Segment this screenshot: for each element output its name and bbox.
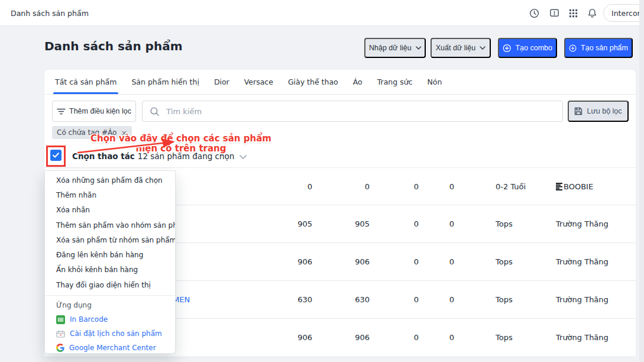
plus-circle-icon [503,44,511,53]
import-data-button[interactable]: Nhập dữ liệu [364,38,426,58]
menu-item-delete-selected[interactable]: Xóa những sản phẩm đã chọn [45,173,175,188]
tab-bar: Tất cả sản phẩm Sản phẩm hiển thị Dior V… [44,70,636,95]
menu-item-add-tag[interactable]: Thêm nhãn [45,188,175,202]
create-combo-label: Tạo combo [515,44,552,52]
menu-item-product-schedule-label: Cài đặt lịch cho sản phẩm [70,329,162,338]
menu-item-publish-channels[interactable]: Đăng lên kênh bán hàng [45,247,175,262]
create-product-button[interactable]: Tạo sản phẩm [564,38,633,58]
check-icon [52,152,60,159]
export-data-label: Xuất dữ liệu [436,44,475,52]
vendor-cell: Trường Thăng [556,243,636,280]
tab-ao[interactable]: Áo [351,70,364,94]
tab-trang-suc[interactable]: Trang sức [376,70,415,94]
annotation-arrow [75,137,182,157]
menu-item-print-barcode[interactable]: In Barcode [45,312,175,327]
search-input[interactable] [165,106,555,117]
qty-onhand-cell: 905 [318,205,370,243]
menu-item-remove-tag[interactable]: Xóa nhãn [45,203,175,218]
vendor-cell: Trường Thăng [556,319,636,356]
qty-available-cell: 906 [253,243,312,280]
top-bar: Danh sách sản phẩm Intercom CS H [0,0,644,26]
menu-item-google-merchant-center-label: Google Merchant Center [69,344,156,352]
tab-visible-products[interactable]: Sản phẩm hiển thị [130,70,200,94]
product-type-cell: Tops [496,319,555,356]
qty-onhand-cell: 906 [318,243,370,280]
menu-item-product-schedule[interactable]: Cài đặt lịch cho sản phẩm [45,327,175,341]
qty-onhand-cell: 906 [318,319,370,356]
google-icon [56,344,64,352]
brand-bars-icon [556,183,562,190]
apps-grid-icon[interactable] [568,8,579,19]
save-filter-button[interactable]: Lưu bộ lọc [568,101,629,122]
bell-icon[interactable] [587,8,598,19]
intercom-button[interactable]: Intercom CS H [603,4,644,22]
tab-all-products[interactable]: Tất cả sản phẩm [53,70,118,94]
vendor-cell: Trường Thăng [556,205,636,243]
history-clock-icon[interactable] [529,8,540,19]
feedback-icon[interactable] [549,8,560,19]
qty-available-cell: 0 [253,168,312,205]
vendor-name: BOOBIE [564,182,593,191]
page-title: Danh sách sản phẩm [44,39,183,53]
vendor-cell: BOOBIE [556,168,636,205]
qty-committed-cell: 0 [413,205,454,243]
menu-item-add-to-collection[interactable]: Thêm sản phẩm vào nhóm sản phẩm [45,218,175,232]
save-filter-label: Lưu bộ lọc [587,107,622,115]
product-type-cell: Tops [496,243,555,280]
breadcrumb: Danh sách sản phẩm [11,9,89,18]
menu-item-remove-from-collection[interactable]: Xóa sản phẩm từ nhóm sản phẩm [45,232,175,247]
menu-item-google-merchant-center[interactable]: Google Merchant Center [45,341,175,354]
chevron-down-icon [416,46,421,50]
bulk-actions-dropdown: Xóa những sản phẩm đã chọn Thêm nhãn Xóa… [44,170,176,354]
plus-circle-icon [569,44,577,53]
tab-versace[interactable]: Versace [242,70,275,94]
menu-divider [45,295,175,296]
add-filter-condition-label: Thêm điều kiện lọc [69,107,131,115]
schedule-icon [56,330,65,338]
menu-item-change-display-theme[interactable]: Thay đổi giao diện hiển thị [45,277,175,292]
select-all-checkbox[interactable] [50,150,62,161]
qty-available-cell: 905 [253,205,312,243]
menu-item-print-barcode-label: In Barcode [70,315,108,324]
qty-committed-cell: 0 [413,281,454,318]
qty-committed-cell: 0 [413,319,454,356]
qty-incoming-cell: 0 [371,205,419,243]
chevron-down-icon [480,46,486,50]
filter-icon [57,107,66,116]
menu-item-hide-from-channels[interactable]: Ẩn khỏi kênh bán hàng [45,263,175,277]
qty-incoming-cell: 0 [371,243,419,280]
qty-incoming-cell: 0 [371,168,419,205]
import-data-label: Nhập dữ liệu [369,44,412,52]
qty-available-cell: 906 [253,319,312,356]
menu-section-apps: Ứng dụng [45,298,175,312]
vertical-scrollbar[interactable] [639,0,644,362]
tab-dior[interactable]: Dior [212,70,231,94]
qty-committed-cell: 0 [413,243,454,280]
tab-non[interactable]: Nón [425,70,444,94]
tab-sneakers[interactable]: Giày thể thao [286,70,340,94]
save-icon [574,107,582,115]
product-type-cell: Tops [496,281,555,318]
search-icon [150,106,160,117]
create-combo-button[interactable]: Tạo combo [498,38,557,58]
product-type-cell: 0-2 Tuổi [496,168,555,205]
create-product-label: Tạo sản phẩm [581,44,628,52]
export-data-button[interactable]: Xuất dữ liệu [431,38,491,58]
product-type-cell: Tops [496,205,555,243]
vendor-cell: Trường Thăng [556,281,636,318]
qty-incoming-cell: 0 [371,281,419,318]
search-box [142,101,563,122]
chevron-down-icon [240,155,247,159]
qty-committed-cell: 0 [413,168,454,205]
qty-available-cell: 630 [253,281,312,318]
barcode-icon [56,315,65,324]
qty-onhand-cell: 0 [318,168,370,205]
qty-incoming-cell: 0 [371,319,419,356]
add-filter-condition-button[interactable]: Thêm điều kiện lọc [52,101,136,122]
qty-onhand-cell: 630 [318,281,370,318]
